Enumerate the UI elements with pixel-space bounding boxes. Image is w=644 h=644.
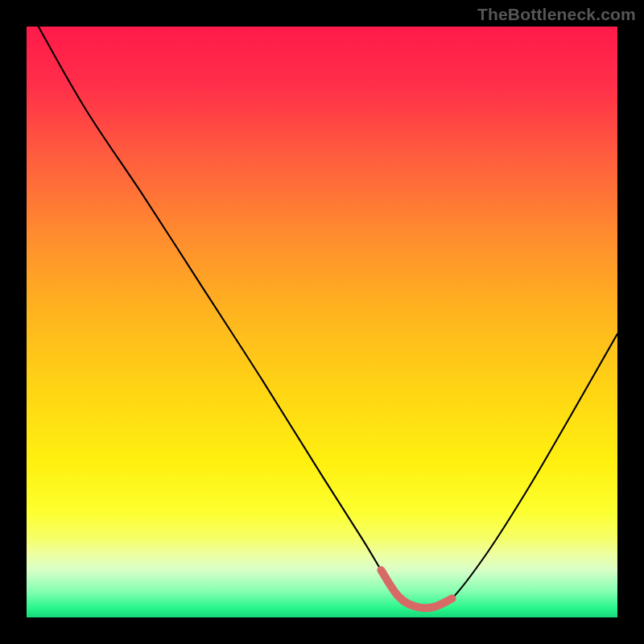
chart-frame: TheBottleneck.com — [0, 0, 644, 644]
bottleneck-curve — [27, 27, 617, 617]
optimal-range-marker — [381, 570, 452, 608]
attribution-label: TheBottleneck.com — [477, 5, 636, 24]
plot-area — [27, 27, 617, 617]
